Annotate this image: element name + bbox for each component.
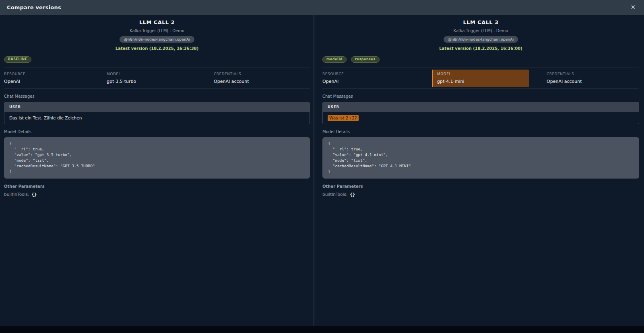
field-label: RESOURCE bbox=[4, 72, 107, 76]
badge-row: BASELINE bbox=[4, 54, 310, 63]
field-value: OpenAI bbox=[322, 79, 432, 84]
chat-role-header: USER bbox=[323, 102, 639, 112]
other-parameter-key: builtInTools: bbox=[4, 192, 29, 197]
chat-message-text: Das ist ein Test. Zähle die Zeichen bbox=[4, 112, 310, 124]
field-value: OpenAI account bbox=[547, 79, 639, 84]
field-label: MODEL bbox=[437, 72, 525, 76]
field-resource: RESOURCE OpenAI bbox=[322, 72, 432, 84]
comparison-panels: LLM CALL 2 Kafka Trigger (LLM) - Demo @n… bbox=[0, 15, 644, 326]
node-title: LLM CALL 3 bbox=[322, 19, 639, 25]
field-model: MODEL gpt-3.5-turbo bbox=[107, 72, 214, 84]
chat-message-box: USER Das ist ein Test. Zähle die Zeichen bbox=[4, 102, 310, 124]
compare-versions-dialog: Compare versions ✕ LLM CALL 2 Kafka Trig… bbox=[0, 0, 644, 326]
version-text: Latest version (18.2.2025, 16:36:00) bbox=[322, 46, 639, 51]
baseline-badge: BASELINE bbox=[4, 56, 31, 63]
parameter-summary-row: RESOURCE OpenAI MODEL gpt-3.5-turbo CRED… bbox=[4, 68, 310, 89]
field-label: CREDENTIALS bbox=[547, 72, 639, 76]
diff-highlight-block: MODEL gpt-4.1-mini bbox=[432, 70, 529, 87]
chat-messages-section-label: Chat Messages bbox=[322, 94, 639, 99]
field-label: RESOURCE bbox=[322, 72, 432, 76]
chat-message-box: USER Was ist 2+2? bbox=[322, 102, 639, 124]
workflow-name: Kafka Trigger (LLM) - Demo bbox=[322, 29, 639, 33]
chat-messages-section-label: Chat Messages bbox=[4, 94, 310, 99]
model-details-code: { "__rl": true, "value": "gpt-3.5-turbo"… bbox=[4, 137, 310, 179]
node-type-badge: @n8n/n8n-nodes-langchain.openAi bbox=[120, 36, 194, 43]
model-details-section-label: Model Details bbox=[4, 130, 310, 134]
changed-param-badge: responses bbox=[351, 56, 380, 63]
baseline-version-panel: LLM CALL 2 Kafka Trigger (LLM) - Demo @n… bbox=[0, 15, 314, 326]
page-background bbox=[0, 326, 644, 333]
badge-row: modelId responses bbox=[322, 54, 639, 63]
field-value: OpenAI bbox=[4, 79, 107, 84]
field-credentials: CREDENTIALS OpenAI account bbox=[538, 72, 639, 84]
version-text: Latest version (18.2.2025, 16:36:38) bbox=[4, 46, 310, 51]
field-credentials: CREDENTIALS OpenAI account bbox=[214, 72, 310, 84]
parameter-summary-row: RESOURCE OpenAI MODEL gpt-4.1-mini CREDE… bbox=[322, 68, 639, 89]
diff-highlight-text: Was ist 2+2? bbox=[328, 115, 359, 121]
field-value: gpt-3.5-turbo bbox=[107, 79, 214, 84]
other-parameter-value: {} bbox=[31, 192, 37, 197]
model-details-section-label: Model Details bbox=[322, 130, 639, 134]
field-value: gpt-4.1-mini bbox=[437, 79, 525, 84]
compared-version-panel: LLM CALL 3 Kafka Trigger (LLM) - Demo @n… bbox=[314, 15, 644, 326]
other-parameter-row: builtInTools:{} bbox=[4, 192, 310, 197]
other-parameters-section-label: Other Parameters bbox=[4, 184, 310, 189]
field-model-changed: MODEL gpt-4.1-mini bbox=[432, 72, 538, 84]
node-header: LLM CALL 2 Kafka Trigger (LLM) - Demo @n… bbox=[4, 19, 310, 51]
dialog-titlebar: Compare versions ✕ bbox=[0, 0, 644, 15]
field-label: MODEL bbox=[107, 72, 214, 76]
node-title: LLM CALL 2 bbox=[4, 19, 310, 25]
dialog-title: Compare versions bbox=[7, 4, 61, 10]
node-header: LLM CALL 3 Kafka Trigger (LLM) - Demo @n… bbox=[322, 19, 639, 51]
other-parameter-value: {} bbox=[350, 192, 355, 197]
workflow-name: Kafka Trigger (LLM) - Demo bbox=[4, 29, 310, 33]
node-type-badge: @n8n/n8n-nodes-langchain.openAi bbox=[444, 36, 518, 43]
field-label: CREDENTIALS bbox=[214, 72, 310, 76]
other-parameter-row: builtInTools:{} bbox=[322, 192, 639, 197]
field-value: OpenAI account bbox=[214, 79, 310, 84]
changed-param-badge: modelId bbox=[322, 56, 347, 63]
other-parameter-key: builtInTools: bbox=[322, 192, 347, 197]
chat-message-text: Was ist 2+2? bbox=[323, 112, 639, 124]
model-details-code: { "__rl": true, "value": "gpt-4.1-mini",… bbox=[322, 137, 639, 179]
chat-role-header: USER bbox=[4, 102, 310, 112]
field-resource: RESOURCE OpenAI bbox=[4, 72, 107, 84]
close-icon[interactable]: ✕ bbox=[629, 3, 637, 12]
other-parameters-section-label: Other Parameters bbox=[322, 184, 639, 189]
